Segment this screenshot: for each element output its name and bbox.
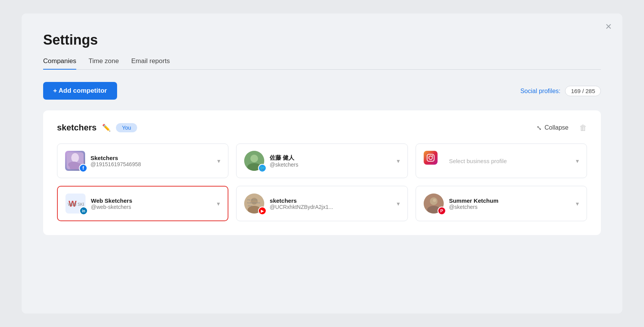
delete-icon[interactable]: 🗑 [579,123,587,132]
profile-avatar-pinterest: P [424,194,444,214]
profile-handle-pinterest: @sketchers [449,204,570,210]
profile-info-instagram: Select business profile [449,158,570,164]
profile-item-linkedin[interactable]: W WEB SKETCHERS in Web Sketchers @web-sk… [57,186,228,221]
tab-companies[interactable]: Companies [43,57,76,70]
profile-name-facebook: Sketchers [91,155,212,161]
profile-avatar-facebook: f [65,151,85,171]
profile-item-instagram[interactable]: Select business profile ▾ [416,143,587,178]
profile-info-pinterest: Summer Ketchum @sketchers [449,197,570,210]
collapse-button[interactable]: ⤡ Collapse [537,124,569,132]
svg-rect-7 [427,154,434,161]
svg-point-1 [71,153,79,162]
edit-icon[interactable]: ✏️ [102,123,111,132]
profile-handle-twitter: @sketchers [270,162,391,168]
youtube-badge: ▶ [258,207,267,215]
profile-info-facebook: Sketchers @191516197546958 [91,155,212,167]
pinterest-badge: P [438,207,446,215]
close-button[interactable]: × [605,21,612,32]
you-badge: You [116,123,138,132]
profile-name-youtube: sketchers [270,197,391,204]
profile-avatar-instagram [424,151,444,171]
chevron-twitter: ▾ [397,157,400,165]
svg-text:time: time [248,205,253,207]
profile-handle-youtube: @UCRxhktNZBydrA2jx1... [270,204,391,210]
company-header: sketchers ✏️ You ⤡ Collapse 🗑 [57,123,587,133]
tabs-nav: Companies Time zone Email reports [43,57,601,70]
profiles-grid: f Sketchers @191516197546958 ▾ [57,143,587,221]
toolbar: + Add competitor Social profiles: 169 / … [43,82,601,100]
linkedin-badge: in [79,207,88,215]
social-profiles-label: Social profiles: [520,88,560,94]
profile-name-pinterest: Summer Ketchum [449,197,570,204]
tab-email-reports[interactable]: Email reports [131,57,170,70]
instagram-icon [424,151,438,165]
profile-item-pinterest[interactable]: P Summer Ketchum @sketchers ▾ [416,186,587,221]
add-competitor-button[interactable]: + Add competitor [43,82,117,100]
profile-info-youtube: sketchers @UCRxhktNZBydrA2jx1... [270,197,391,210]
chevron-instagram: ▾ [576,157,579,165]
settings-modal: × Settings Companies Time zone Email rep… [22,13,622,314]
profile-handle-facebook: @191516197546958 [91,161,212,167]
profile-handle-linkedin: @web-sketchers [91,204,211,210]
tab-timezone[interactable]: Time zone [89,57,119,70]
chevron-pinterest: ▾ [576,200,579,207]
social-profiles-count: 169 / 285 [565,86,601,96]
profile-avatar-twitter: 🐦 [244,151,264,171]
svg-point-22 [433,199,436,202]
profile-info-linkedin: Web Sketchers @web-sketchers [91,197,211,210]
profile-name-linkedin: Web Sketchers [91,197,211,204]
profile-item-facebook[interactable]: f Sketchers @191516197546958 ▾ [57,143,228,178]
company-name-row: sketchers ✏️ You [57,123,137,133]
profile-avatar-youtube: my oh my look how the time ▶ [244,194,264,214]
company-card: sketchers ✏️ You ⤡ Collapse 🗑 [43,110,601,235]
profile-name-twitter: 佐藤 健人 [270,154,391,162]
collapse-label: Collapse [545,124,569,131]
svg-text:look how the: look how the [247,202,260,204]
company-actions: ⤡ Collapse 🗑 [537,123,587,132]
svg-point-8 [429,156,432,159]
collapse-icon: ⤡ [537,124,542,132]
svg-text:my oh my: my oh my [247,199,257,201]
page-title: Settings [43,32,601,48]
chevron-facebook: ▾ [217,157,220,165]
profile-item-youtube[interactable]: my oh my look how the time ▶ sketchers @… [236,186,408,221]
facebook-badge: f [79,164,87,172]
svg-point-9 [432,155,433,157]
profile-placeholder-instagram: Select business profile [449,158,570,164]
social-profiles-info: Social profiles: 169 / 285 [520,86,601,96]
twitter-badge: 🐦 [258,164,267,172]
profile-info-twitter: 佐藤 健人 @sketchers [270,154,391,168]
profile-item-twitter[interactable]: 🐦 佐藤 健人 @sketchers ▾ [236,143,408,178]
chevron-linkedin: ▾ [217,200,220,207]
svg-point-5 [250,155,258,162]
chevron-youtube: ▾ [397,200,400,207]
profile-avatar-linkedin: W WEB SKETCHERS in [65,194,86,214]
company-name: sketchers [57,123,97,133]
svg-text:WEB SKETCHERS: WEB SKETCHERS [68,202,84,207]
